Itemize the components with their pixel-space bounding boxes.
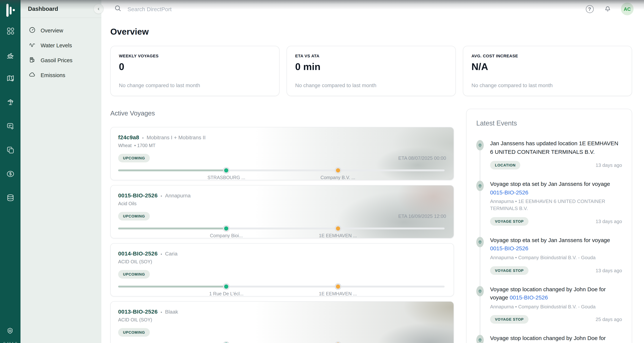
location-pin-icon bbox=[476, 181, 484, 191]
nav-panel: Dashboard Overview Water Levels Gasoil P… bbox=[20, 0, 101, 343]
separator-dot: • bbox=[142, 136, 144, 140]
location-pin-icon bbox=[476, 237, 484, 247]
notifications-button[interactable] bbox=[603, 4, 612, 13]
ship-icon[interactable] bbox=[6, 50, 15, 60]
separator-dot: • bbox=[161, 310, 162, 314]
stop-dot-origin bbox=[224, 226, 228, 231]
voyage-progress: STRASBOURG ... Company B.V. ... bbox=[118, 168, 446, 179]
vessel-name: Mobitrans I + Mobitrans II bbox=[147, 134, 206, 140]
sidebar-collapse-button[interactable]: ‹ bbox=[94, 4, 104, 14]
stat-card-eta-vs-ata: ETA VS ATA 0 min No change compared to l… bbox=[286, 46, 456, 96]
latest-events-title: Latest Events bbox=[476, 120, 622, 127]
voyage-link[interactable]: 0015-BIO-2526 bbox=[490, 189, 528, 195]
status-badge: UPCOMING bbox=[118, 270, 150, 279]
voyage-card[interactable]: 0013-BIO-2526 • Blaak ACID OIL (SOY) UPC… bbox=[110, 301, 454, 343]
cargo-label: ACID OIL (SOY) bbox=[118, 259, 152, 264]
voyage-card[interactable]: f24c9a8 • Mobitrans I + Mobitrans II Whe… bbox=[110, 127, 454, 180]
fuel-pump-icon bbox=[29, 56, 36, 64]
settings-icon[interactable] bbox=[6, 326, 15, 336]
location-pin-icon bbox=[476, 286, 484, 296]
sidebar-item-label: Overview bbox=[40, 27, 63, 33]
voyage-progress: 1 Rue De L'écl... 1E EEMHAVEN ... bbox=[118, 284, 446, 295]
stat-card-weekly-voyages: WEEKLY VOYAGES 0 No change compared to l… bbox=[110, 46, 280, 96]
status-badge: UPCOMING bbox=[118, 154, 150, 162]
stat-subtext: No change compared to last month bbox=[295, 82, 447, 88]
stop-dot-origin bbox=[224, 168, 228, 172]
eta-label: ETA 08/07/2025 00:00 bbox=[398, 155, 446, 161]
help-icon: ? bbox=[586, 5, 594, 13]
sidebar-item-emissions[interactable]: Emissions bbox=[25, 68, 97, 83]
event-time: 13 days ago bbox=[596, 162, 622, 168]
stop-label: 1 Rue De L'écl... bbox=[209, 291, 244, 297]
search-input[interactable] bbox=[127, 5, 283, 12]
avatar[interactable]: AC bbox=[621, 2, 634, 15]
grid-icon[interactable] bbox=[6, 26, 15, 36]
dollar-coin-icon[interactable]: $ bbox=[6, 169, 15, 179]
event-item: Voyage stop eta set by Jan Janssens for … bbox=[476, 180, 622, 226]
stop-label: 1E EEMHAVEN ... bbox=[319, 233, 357, 238]
voyage-card[interactable]: 0015-BIO-2526 • Annapurna Acid Oils UPCO… bbox=[110, 185, 454, 238]
voyage-id: 0013-BIO-2526 bbox=[118, 308, 158, 315]
stop-label: Company Bioi... bbox=[210, 233, 243, 238]
event-item: Voyage stop location changed by John Doe… bbox=[476, 334, 622, 343]
event-item: Jan Janssens has updated location 1E EEM… bbox=[476, 139, 622, 169]
sidebar-item-gasoil-prices[interactable]: Gasoil Prices bbox=[25, 53, 97, 68]
page-title: Overview bbox=[110, 27, 632, 37]
wave-icon bbox=[29, 41, 36, 49]
voyage-id: f24c9a8 bbox=[118, 134, 139, 140]
event-text: Jan Janssens has updated location 1E EEM… bbox=[490, 140, 618, 155]
stat-value: 0 bbox=[119, 61, 271, 73]
crane-icon[interactable] bbox=[6, 98, 15, 107]
event-text: Voyage stop location changed by John Doe… bbox=[490, 335, 606, 343]
global-search[interactable] bbox=[114, 4, 585, 13]
sidebar-item-label: Emissions bbox=[40, 72, 65, 78]
event-item: Voyage stop eta set by Jan Janssens for … bbox=[476, 236, 622, 275]
cargo-label: ACID OIL (SOY) bbox=[118, 317, 152, 323]
stat-subtext: No change compared to last month bbox=[472, 82, 624, 88]
icon-rail: $ 0.114.0 bbox=[0, 0, 20, 343]
sidebar-item-overview[interactable]: Overview bbox=[25, 23, 97, 38]
stop-label: STRASBOURG ... bbox=[208, 175, 245, 180]
copy-icon[interactable] bbox=[6, 145, 15, 155]
status-badge: UPCOMING bbox=[118, 212, 150, 221]
cloud-icon bbox=[29, 71, 36, 79]
vessel-name: Caria bbox=[165, 251, 178, 257]
cargo-label: Acid Oils bbox=[118, 201, 136, 206]
stats-row: WEEKLY VOYAGES 0 No change compared to l… bbox=[110, 46, 632, 96]
location-pin-icon bbox=[476, 335, 484, 343]
app-version: 0.114.0 bbox=[3, 341, 17, 343]
main-area: ? AC Overview WEEKLY VOYAGES 0 No change… bbox=[101, 0, 644, 343]
event-badge: VOYAGE STOP bbox=[490, 315, 528, 324]
event-time: 13 days ago bbox=[596, 268, 622, 273]
event-subtext: Annapurna • 1E EEMHAVEN 6 UNITED CONTAIN… bbox=[490, 198, 622, 212]
stop-label: Company B.V. ... bbox=[320, 175, 355, 180]
document-check-icon[interactable] bbox=[6, 121, 15, 131]
voyage-card[interactable]: 0014-BIO-2526 • Caria ACID OIL (SOY) UPC… bbox=[110, 243, 454, 297]
topbar: ? AC bbox=[101, 0, 644, 18]
eta-label: ETA 16/09/2025 12:00 bbox=[398, 213, 446, 219]
event-time: 25 days ago bbox=[596, 317, 622, 322]
sidebar-item-water-levels[interactable]: Water Levels bbox=[25, 38, 97, 53]
map-icon[interactable] bbox=[6, 74, 15, 83]
stat-label: WEEKLY VOYAGES bbox=[119, 54, 271, 58]
database-icon[interactable] bbox=[6, 193, 15, 203]
event-text: Voyage stop eta set by Jan Janssens for … bbox=[490, 237, 610, 243]
chevron-left-icon: ‹ bbox=[98, 5, 100, 11]
event-badge: VOYAGE STOP bbox=[490, 266, 528, 275]
stat-label: ETA VS ATA bbox=[295, 54, 447, 58]
voyage-link[interactable]: 0015-BIO-2526 bbox=[510, 294, 548, 301]
voyage-link[interactable]: 0015-BIO-2526 bbox=[490, 245, 528, 251]
vessel-name: Annapurna bbox=[165, 193, 191, 199]
cargo-label: Wheat bbox=[118, 143, 132, 148]
sidebar-item-label: Gasoil Prices bbox=[40, 57, 72, 63]
stop-dot-destination bbox=[336, 168, 340, 172]
latest-events-panel: Latest Events Jan Janssens has updated l… bbox=[466, 109, 632, 343]
help-button[interactable]: ? bbox=[585, 4, 594, 13]
app-logo bbox=[6, 3, 15, 18]
event-badge: LOCATION bbox=[490, 161, 520, 169]
voyage-progress bbox=[118, 342, 446, 343]
vessel-name: Blaak bbox=[165, 309, 178, 315]
svg-text:$: $ bbox=[9, 171, 12, 176]
voyage-id: 0015-BIO-2526 bbox=[118, 192, 158, 199]
stop-label: 1E EEMHAVEN ... bbox=[319, 291, 357, 297]
